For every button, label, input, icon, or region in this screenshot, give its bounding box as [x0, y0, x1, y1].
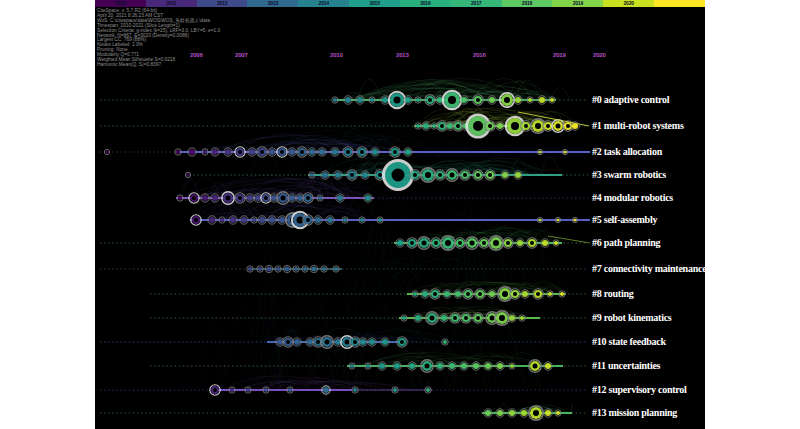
citation-node[interactable] — [378, 362, 386, 370]
citation-node[interactable] — [520, 409, 528, 417]
citation-node[interactable] — [441, 236, 455, 250]
cluster-label-0[interactable]: #0 adaptive control — [592, 94, 669, 106]
citation-node[interactable] — [268, 216, 276, 224]
citation-node[interactable] — [189, 193, 199, 203]
citation-node[interactable] — [514, 96, 522, 104]
citation-node[interactable] — [235, 193, 245, 203]
citation-node[interactable] — [446, 169, 458, 181]
cluster-label-13[interactable]: #13 mission planning — [592, 407, 677, 419]
citation-node[interactable] — [371, 148, 379, 156]
citation-node[interactable] — [529, 360, 541, 372]
citation-node[interactable] — [283, 337, 293, 347]
cluster-label-10[interactable]: #10 state feedback — [592, 336, 666, 348]
citation-node[interactable] — [426, 312, 438, 324]
citation-node[interactable] — [344, 96, 352, 104]
citation-node[interactable] — [390, 147, 400, 157]
citation-node[interactable] — [258, 216, 266, 224]
cluster-label-4[interactable]: #4 modular robotics — [592, 192, 673, 204]
citation-node[interactable] — [288, 148, 296, 156]
citation-node[interactable] — [240, 216, 248, 224]
citation-node[interactable] — [489, 236, 503, 250]
citation-node[interactable] — [421, 168, 435, 182]
citation-node[interactable] — [435, 170, 445, 180]
citation-node[interactable] — [361, 171, 369, 179]
citation-node[interactable] — [397, 337, 407, 347]
citation-node[interactable] — [297, 147, 307, 157]
citation-node[interactable] — [308, 148, 316, 156]
citation-node[interactable] — [314, 216, 322, 224]
citation-node[interactable] — [322, 386, 330, 394]
citation-node[interactable] — [368, 338, 376, 346]
citation-node[interactable] — [208, 216, 216, 224]
citation-node[interactable] — [450, 313, 460, 323]
citation-node[interactable] — [533, 289, 543, 299]
citation-node[interactable] — [485, 121, 495, 131]
citation-node[interactable] — [473, 95, 483, 105]
citation-node[interactable] — [191, 215, 201, 225]
citation-node[interactable] — [381, 338, 389, 346]
citation-node[interactable] — [389, 92, 405, 108]
citation-node[interactable] — [404, 148, 412, 156]
citation-node[interactable] — [521, 121, 531, 131]
citation-node[interactable] — [334, 171, 342, 179]
citation-node[interactable] — [410, 170, 420, 180]
cluster-label-2[interactable]: #2 task allocation — [592, 146, 662, 158]
citation-node[interactable] — [484, 362, 492, 370]
citation-node[interactable] — [467, 115, 489, 137]
citation-node[interactable] — [318, 148, 326, 156]
citation-node[interactable] — [418, 237, 430, 249]
citation-node[interactable] — [211, 148, 219, 156]
citation-node[interactable] — [479, 238, 489, 248]
citation-node[interactable] — [336, 194, 344, 202]
citation-node[interactable] — [496, 409, 504, 417]
cluster-label-12[interactable]: #12 supervisory control — [592, 384, 687, 396]
cluster-label-1[interactable]: #1 multi-robot systems — [592, 120, 684, 132]
citation-node[interactable] — [475, 289, 485, 299]
citation-node[interactable] — [277, 192, 289, 204]
citation-node[interactable] — [506, 117, 524, 135]
citation-node[interactable] — [364, 194, 372, 202]
citation-node[interactable] — [516, 239, 524, 247]
citation-node[interactable] — [257, 147, 267, 157]
citation-node[interactable] — [414, 314, 422, 322]
citation-node[interactable] — [440, 314, 448, 322]
cluster-label-11[interactable]: #11 uncertainties — [592, 360, 660, 372]
citation-node[interactable] — [443, 91, 461, 109]
citation-node[interactable] — [357, 147, 367, 157]
cluster-label-6[interactable]: #6 path planning — [592, 237, 660, 249]
citation-node[interactable] — [508, 314, 516, 322]
citation-node[interactable] — [222, 192, 234, 204]
citation-node[interactable] — [278, 216, 286, 224]
citation-node[interactable] — [495, 311, 509, 325]
citation-node[interactable] — [425, 95, 435, 105]
citation-node[interactable] — [331, 148, 339, 156]
citation-node[interactable] — [503, 238, 513, 248]
cluster-label-7[interactable]: #7 connectivity maintenance — [592, 263, 705, 275]
cluster-label-3[interactable]: #3 swarm robotics — [592, 169, 666, 181]
citation-node[interactable] — [201, 194, 209, 202]
citation-node[interactable] — [541, 239, 549, 247]
citation-node[interactable] — [544, 409, 552, 417]
citation-node[interactable] — [343, 147, 353, 157]
citation-node[interactable] — [421, 360, 433, 372]
citation-node[interactable] — [293, 338, 301, 346]
citation-node[interactable] — [514, 171, 522, 179]
citation-node[interactable] — [529, 406, 543, 420]
citation-node[interactable] — [488, 290, 496, 298]
citation-node[interactable] — [436, 362, 444, 370]
cluster-label-8[interactable]: #8 routing — [592, 288, 634, 300]
citation-node[interactable] — [430, 289, 440, 299]
citation-node[interactable] — [393, 362, 401, 370]
citation-node[interactable] — [321, 336, 333, 348]
citation-node[interactable] — [443, 290, 451, 298]
citation-node[interactable] — [229, 216, 237, 224]
citation-node[interactable] — [431, 238, 441, 248]
citation-node[interactable] — [473, 170, 483, 180]
citation-node[interactable] — [268, 148, 276, 156]
citation-node[interactable] — [460, 170, 470, 180]
citation-node[interactable] — [326, 216, 334, 224]
citation-node[interactable] — [496, 362, 504, 370]
citation-node[interactable] — [211, 194, 219, 202]
citation-node[interactable] — [448, 362, 456, 370]
cluster-label-5[interactable]: #5 self-assembly — [592, 214, 657, 226]
